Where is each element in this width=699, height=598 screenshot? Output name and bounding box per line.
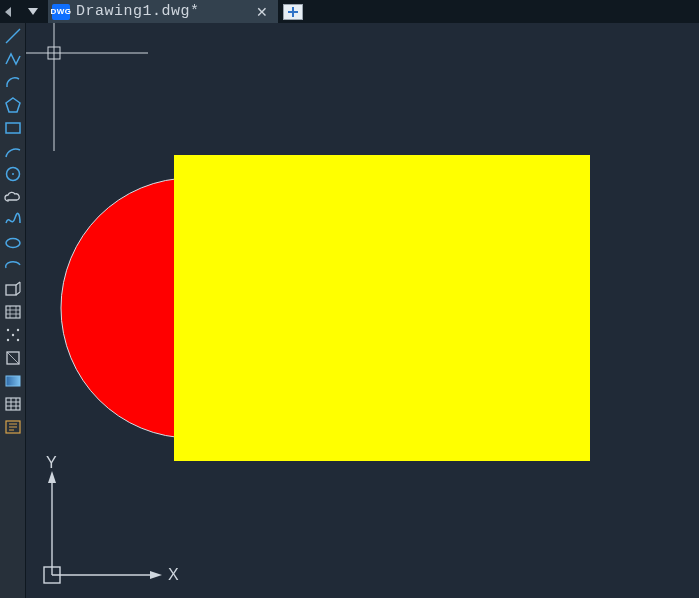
tool-ellipse-arc-icon[interactable] [3,257,23,275]
tool-polyline-icon[interactable] [3,50,23,68]
document-tab-active[interactable]: DWG Drawing1.dwg* ✕ [48,0,278,23]
svg-marker-28 [150,571,162,579]
new-tab-button[interactable] [278,0,308,23]
drawing-canvas[interactable]: Y X [26,23,699,598]
svg-point-9 [12,173,14,175]
tool-point-icon[interactable] [3,326,23,344]
tool-cloud-icon[interactable] [3,188,23,206]
tool-line-icon[interactable] [3,27,23,45]
svg-point-14 [16,329,18,331]
crosshair-cursor [26,23,148,151]
tool-region-icon[interactable] [3,349,23,367]
tool-ellipse-icon[interactable] [3,234,23,252]
tool-rectangle-icon[interactable] [3,119,23,137]
axis-x-label: X [168,566,179,583]
svg-rect-19 [6,376,20,386]
svg-marker-0 [5,7,11,17]
tool-table-icon[interactable] [3,395,23,413]
tool-block-icon[interactable] [3,280,23,298]
svg-line-5 [6,29,20,43]
tab-dropdown-icon[interactable] [18,0,48,23]
close-tab-icon[interactable]: ✕ [254,4,270,20]
dwg-file-icon: DWG [52,4,70,20]
svg-point-17 [11,334,13,336]
tool-text-icon[interactable] [3,418,23,436]
svg-marker-1 [28,8,38,15]
svg-point-15 [6,339,8,341]
tool-arc-icon[interactable] [3,73,23,91]
tool-arc2-icon[interactable] [3,142,23,160]
draw-tool-ribbon [0,23,26,598]
axis-y-label: Y [46,454,57,471]
tool-polygon-icon[interactable] [3,96,23,114]
tool-spline-icon[interactable] [3,211,23,229]
svg-point-13 [6,329,8,331]
svg-marker-26 [48,471,56,483]
tab-scroll-left-icon[interactable] [0,0,18,23]
svg-point-10 [6,239,20,248]
svg-rect-11 [6,285,16,295]
svg-rect-12 [6,306,20,318]
shape-rectangle[interactable] [174,155,590,461]
tool-circle-icon[interactable] [3,165,23,183]
document-tabstrip: DWG Drawing1.dwg* ✕ [0,0,699,23]
ucs-axis-icon [44,471,162,583]
svg-rect-7 [6,123,20,133]
document-tab-title: Drawing1.dwg* [76,3,248,20]
svg-marker-6 [6,98,20,112]
svg-rect-20 [6,398,20,410]
tool-hatch-icon[interactable] [3,303,23,321]
tool-gradient-icon[interactable] [3,372,23,390]
svg-point-16 [16,339,18,341]
